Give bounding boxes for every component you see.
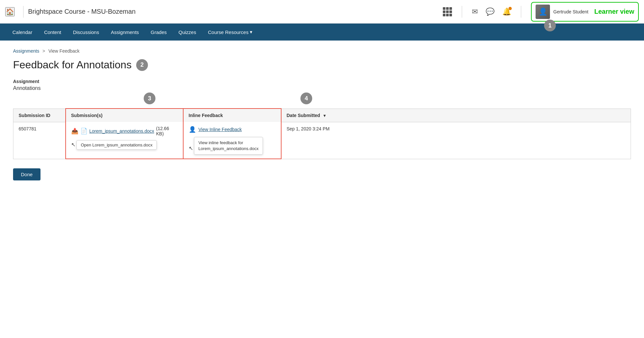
chevron-down-icon: ▾ [250,29,252,35]
assignment-name: Annotations [13,85,631,91]
inline-feedback-tooltip: View inline feedback for Lorem_ipsum_ann… [194,137,263,155]
avatar-image: 👤 [536,5,550,19]
file-size: (12.66 KB) [156,126,178,136]
divider [462,6,462,18]
upload-icon: 📤 [71,127,78,135]
breadcrumb-assignments-link[interactable]: Assignments [13,48,39,54]
col-header-submission-id: Submission ID [13,109,66,122]
main-content: Assignments > View Feedback Feedback for… [0,41,644,188]
cursor-icon: ↖ [71,142,75,147]
nav-quizzes[interactable]: Quizzes [173,24,202,41]
cell-inline-feedback: 👤 View Inline Feedback ↖ View inline fee… [183,122,281,159]
document-icon: 📄 [80,127,88,135]
nav-assignments[interactable]: Assignments [105,24,145,41]
col-header-submissions: Submission(s) [66,109,183,122]
top-bar: 🏠 Brightspace Course - MSU-Bozeman ✉ 💬 🔔… [0,0,644,24]
nav-calendar[interactable]: Calendar [7,24,38,41]
view-inline-feedback-link[interactable]: View Inline Feedback [199,127,242,132]
cell-submission-id: 6507781 [13,122,66,159]
user-profile[interactable]: 👤 Gertrude Student Learner view [531,2,639,22]
divider [521,6,521,18]
step-badge-4: 4 [300,93,312,104]
notification-dot [508,7,512,10]
breadcrumb-separator: > [42,48,45,54]
chat-button[interactable]: 💬 [483,5,497,19]
grid-menu-button[interactable] [440,4,455,19]
col-header-inline-feedback: Inline Feedback [183,109,281,122]
table-row: 6507781 📤 📄 Lorem_ipsum_annotations.docx… [13,122,631,159]
person-icon: 👤 [189,126,196,133]
sort-icon: ▼ [323,113,327,118]
assignment-label: Assignment [13,79,631,84]
cell-date-submitted: Sep 1, 2020 3:24 PM [281,122,631,159]
breadcrumb-current: View Feedback [48,48,79,54]
nav-discussions[interactable]: Discussions [67,24,105,41]
page-title-row: Feedback for Annotations 2 [13,59,631,71]
divider [23,6,24,18]
col-header-date-submitted[interactable]: Date Submitted ▼ [281,109,631,122]
file-tooltip: Open Lorem_ipsum_annotations.docx [76,140,157,150]
cell-submissions: 📤 📄 Lorem_ipsum_annotations.docx (12.66 … [66,122,183,159]
cursor-icon-2: ↖ [189,145,193,151]
submissions-table: Submission ID Submission(s) Inline Feedb… [13,108,631,159]
step-badge-1: 1 [544,20,556,31]
nav-course-resources-label: Course Resources [208,29,249,35]
page-title: Feedback for Annotations [13,59,132,71]
file-link[interactable]: Lorem_ipsum_annotations.docx [89,128,154,134]
step-badge-3: 3 [144,93,155,104]
cursor-area-2: ↖ [189,145,193,151]
nav-course-resources[interactable]: Course Resources ▾ [202,24,258,41]
nav-grades[interactable]: Grades [145,24,172,41]
inline-tooltip-line2: Lorem_ipsum_annotations.docx [198,146,258,151]
inline-tooltip-line1: View inline feedback for [198,140,243,145]
done-button[interactable]: Done [13,168,40,180]
user-name: Gertrude Student [553,9,588,14]
table-container: 3 4 Submission ID Submission(s) Inline F… [13,108,631,159]
breadcrumb: Assignments > View Feedback [13,48,631,54]
step-badge-2: 2 [136,59,148,71]
home-button[interactable]: 🏠 [5,7,15,16]
top-bar-icons: ✉ 💬 🔔 👤 Gertrude Student Learner view [440,2,639,22]
cursor-area: ↖ [71,142,75,148]
app-title: Brightspace Course - MSU-Bozeman [28,8,440,15]
notification-button[interactable]: 🔔 [500,5,514,19]
grid-icon [443,7,452,16]
file-row: 📤 📄 Lorem_ipsum_annotations.docx (12.66 … [71,126,178,136]
nav-content[interactable]: Content [38,24,67,41]
inline-feedback-row: 👤 View Inline Feedback [189,126,276,133]
learner-view-label: Learner view [594,8,634,15]
avatar: 👤 [536,5,550,19]
mail-button[interactable]: ✉ [469,5,480,19]
